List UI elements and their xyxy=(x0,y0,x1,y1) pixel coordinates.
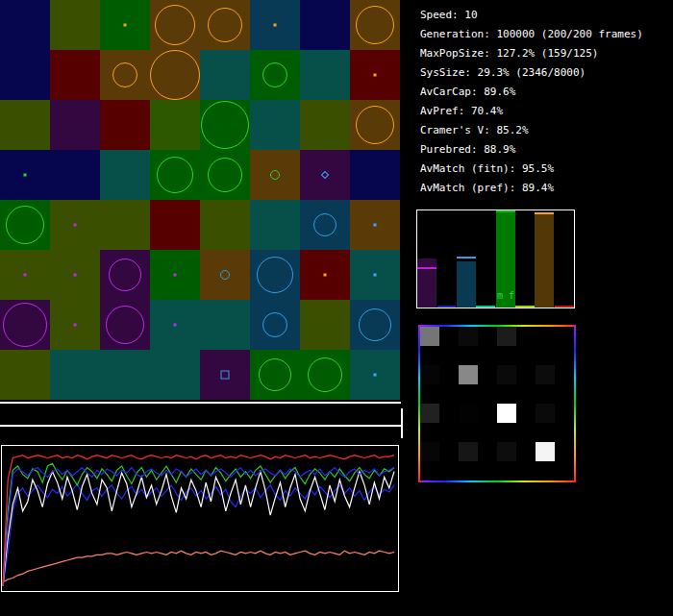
organism-circle xyxy=(308,357,342,392)
world-cell[interactable] xyxy=(0,0,50,50)
world-cell[interactable] xyxy=(150,50,200,100)
history-line-chart xyxy=(1,445,399,592)
stat-line: MaxPopSize: 127.2% (159/125) xyxy=(420,44,643,63)
world-cell[interactable] xyxy=(100,250,150,300)
organism-dot xyxy=(24,274,27,277)
trace-pink-flat xyxy=(3,551,394,582)
trace-blue-top xyxy=(3,468,394,587)
world-cell[interactable] xyxy=(50,0,100,50)
organism-circle xyxy=(220,270,230,280)
world-cell[interactable] xyxy=(0,200,50,250)
world-cell[interactable] xyxy=(250,100,300,150)
world-cell[interactable] xyxy=(150,300,200,350)
stat-line: Generation: 100000 (200/200 frames) xyxy=(420,25,643,44)
world-cell[interactable] xyxy=(200,250,250,300)
world-cell[interactable] xyxy=(0,350,50,400)
world-cell[interactable] xyxy=(200,350,250,400)
world-cell[interactable] xyxy=(250,300,300,350)
heatmap-cell xyxy=(459,365,478,384)
world-cell[interactable] xyxy=(50,150,100,200)
world-cell[interactable] xyxy=(50,300,100,350)
world-cell[interactable] xyxy=(250,200,300,250)
stat-line: SysSize: 29.3% (2346/8000) xyxy=(420,63,643,83)
world-cell[interactable] xyxy=(200,200,250,250)
world-cell[interactable] xyxy=(300,100,350,150)
world-cell[interactable] xyxy=(100,300,150,350)
world-cell[interactable] xyxy=(100,150,150,200)
stat-line: AvMatch (pref): 89.4% xyxy=(420,179,643,198)
organism-circle xyxy=(356,106,394,144)
species-marker-brown xyxy=(535,212,554,214)
organism-circle xyxy=(109,259,141,291)
world-cell[interactable] xyxy=(0,300,50,350)
world-cell[interactable] xyxy=(100,200,150,250)
species-bar-steel xyxy=(457,261,476,308)
world-cell[interactable] xyxy=(200,150,250,200)
world-cell[interactable] xyxy=(300,250,350,300)
organism-circle xyxy=(359,308,391,341)
world-cell[interactable] xyxy=(150,0,200,50)
heatmap-cell xyxy=(497,404,516,423)
world-cell[interactable] xyxy=(200,0,250,50)
world-cell[interactable] xyxy=(50,350,100,400)
world-cell[interactable] xyxy=(50,100,100,150)
world-cell[interactable] xyxy=(100,0,150,50)
world-cell[interactable] xyxy=(150,150,200,200)
population-bar-chart: m f xyxy=(416,209,575,308)
world-cell[interactable] xyxy=(100,100,150,150)
world-cell[interactable] xyxy=(0,250,50,300)
matrix-heatmap xyxy=(418,325,576,482)
world-cell[interactable] xyxy=(150,250,200,300)
world-cell[interactable] xyxy=(300,300,350,350)
world-cell[interactable] xyxy=(350,350,400,400)
world-cell[interactable] xyxy=(250,150,300,200)
stat-line: AvMatch (fitn): 95.5% xyxy=(420,160,643,179)
heatmap-cell xyxy=(536,404,555,423)
organism-circle xyxy=(208,8,242,42)
organism-circle xyxy=(270,170,280,180)
organism-dot xyxy=(324,274,327,277)
world-cell[interactable] xyxy=(300,350,350,400)
world-cell[interactable] xyxy=(300,0,350,50)
world-cell[interactable] xyxy=(350,150,400,200)
world-cell[interactable] xyxy=(0,50,50,100)
world-cell[interactable] xyxy=(300,200,350,250)
world-cell[interactable] xyxy=(250,350,300,400)
world-cell[interactable] xyxy=(350,100,400,150)
world-cell[interactable] xyxy=(350,250,400,300)
heatmap-cell xyxy=(459,327,478,346)
world-cell[interactable] xyxy=(150,200,200,250)
organism-circle xyxy=(112,62,137,87)
world-cell[interactable] xyxy=(250,0,300,50)
world-cell[interactable] xyxy=(200,50,250,100)
organism-dot xyxy=(374,74,377,77)
world-cell[interactable] xyxy=(200,100,250,150)
world-cell[interactable] xyxy=(150,100,200,150)
stats-panel: Speed: 10Generation: 100000 (200/200 fra… xyxy=(420,6,643,198)
world-grid[interactable] xyxy=(0,0,400,400)
world-cell[interactable] xyxy=(50,50,100,100)
world-cell[interactable] xyxy=(250,250,300,300)
world-cell[interactable] xyxy=(200,300,250,350)
world-cell[interactable] xyxy=(0,150,50,200)
world-cell[interactable] xyxy=(50,200,100,250)
world-cell[interactable] xyxy=(350,200,400,250)
organism-dot xyxy=(374,224,377,227)
world-cell[interactable] xyxy=(100,50,150,100)
world-cell[interactable] xyxy=(350,300,400,350)
organism-circle xyxy=(6,206,44,244)
organism-circle xyxy=(157,157,193,193)
world-cell[interactable] xyxy=(50,250,100,300)
world-cell[interactable] xyxy=(350,0,400,50)
heatmap-cell xyxy=(536,442,555,461)
trace-green xyxy=(3,463,394,586)
world-cell[interactable] xyxy=(100,350,150,400)
world-cell[interactable] xyxy=(300,50,350,100)
world-cell[interactable] xyxy=(150,350,200,400)
species-marker-red xyxy=(555,306,574,308)
world-cell[interactable] xyxy=(250,50,300,100)
world-cell[interactable] xyxy=(350,50,400,100)
world-cell[interactable] xyxy=(300,150,350,200)
world-cell[interactable] xyxy=(0,100,50,150)
organism-dot xyxy=(74,324,77,327)
